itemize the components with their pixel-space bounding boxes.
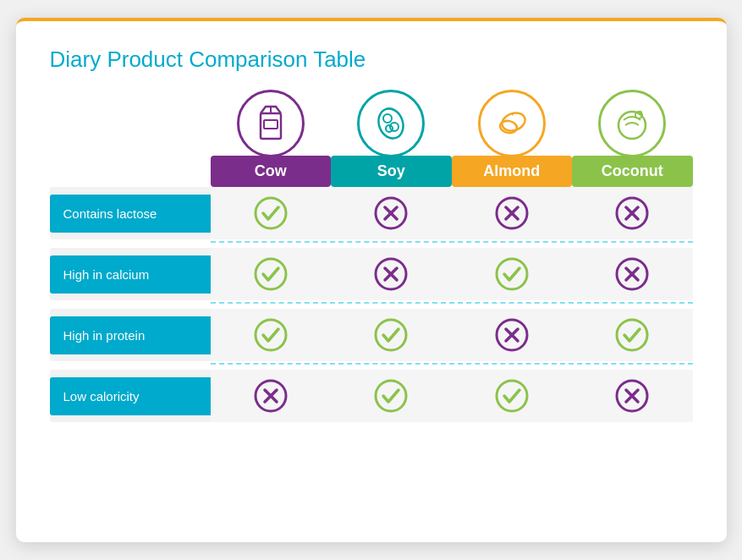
cell-soy-calcium bbox=[331, 248, 452, 300]
col-header-cow: Cow bbox=[211, 90, 332, 187]
cell-cow-lactose bbox=[211, 187, 332, 239]
soy-bean-icon bbox=[369, 102, 413, 145]
cross-cow-caloricity bbox=[253, 378, 289, 414]
cross-almond-lactose bbox=[494, 195, 530, 231]
coconut-label: Coconut bbox=[572, 156, 693, 187]
row-label-calcium: High in calcium bbox=[50, 255, 211, 294]
cell-cow-caloricity bbox=[211, 370, 332, 422]
check-soy-protein bbox=[373, 317, 409, 353]
svg-rect-2 bbox=[264, 120, 278, 129]
check-soy-caloricity bbox=[373, 378, 409, 414]
coconut-icon-circle bbox=[598, 90, 666, 157]
svg-point-13 bbox=[256, 198, 286, 228]
comparison-table: Cow Soy bbox=[50, 90, 693, 422]
row-high-protein: High in protein bbox=[50, 309, 693, 361]
col-header-soy: Soy bbox=[331, 90, 452, 187]
soy-label: Soy bbox=[331, 156, 452, 187]
milk-carton-icon bbox=[252, 102, 289, 145]
check-cow-calcium bbox=[253, 256, 289, 292]
cell-coconut-lactose bbox=[572, 187, 693, 239]
cross-coconut-calcium bbox=[614, 256, 650, 292]
cell-almond-calcium bbox=[452, 248, 573, 300]
cell-coconut-caloricity bbox=[572, 370, 693, 422]
svg-point-23 bbox=[256, 259, 286, 289]
almond-label: Almond bbox=[452, 156, 573, 187]
svg-point-31 bbox=[256, 320, 286, 350]
table-header: Cow Soy bbox=[211, 90, 693, 187]
cell-soy-protein bbox=[331, 309, 452, 361]
main-card: Diary Product Comparison Table Cow bbox=[16, 18, 727, 542]
cell-almond-protein bbox=[452, 309, 573, 361]
row-cells-caloricity bbox=[211, 370, 693, 422]
svg-point-12 bbox=[639, 111, 642, 114]
check-almond-caloricity bbox=[494, 378, 530, 414]
check-coconut-protein bbox=[614, 317, 650, 353]
check-cow-protein bbox=[253, 317, 289, 353]
svg-point-6 bbox=[386, 125, 393, 132]
cross-coconut-lactose bbox=[614, 195, 650, 231]
svg-point-27 bbox=[497, 259, 527, 289]
cross-almond-protein bbox=[494, 317, 530, 353]
soy-icon-circle bbox=[357, 90, 425, 157]
svg-point-4 bbox=[383, 114, 392, 123]
cross-soy-lactose bbox=[373, 195, 409, 231]
cell-soy-lactose bbox=[331, 187, 452, 239]
check-cow-lactose bbox=[253, 195, 289, 231]
col-header-almond: Almond bbox=[452, 90, 573, 187]
row-label-lactose: Contains lactose bbox=[50, 195, 211, 233]
almond-icon-circle bbox=[478, 90, 546, 157]
almond-nut-icon bbox=[490, 102, 534, 145]
col-header-coconut: Coconut bbox=[572, 90, 693, 187]
cross-coconut-caloricity bbox=[614, 378, 650, 414]
page-title: Diary Product Comparison Table bbox=[50, 47, 693, 73]
cow-icon-circle bbox=[237, 90, 305, 157]
row-low-caloricity: Low caloricity bbox=[50, 370, 693, 422]
cell-cow-protein bbox=[211, 309, 332, 361]
cross-soy-calcium bbox=[373, 256, 409, 292]
cow-label: Cow bbox=[211, 156, 332, 187]
svg-point-40 bbox=[376, 381, 406, 411]
cell-coconut-protein bbox=[572, 309, 693, 361]
cell-cow-calcium bbox=[211, 248, 332, 300]
data-rows: Contains lactose bbox=[50, 187, 693, 422]
svg-point-36 bbox=[617, 320, 647, 350]
coconut-fruit-icon bbox=[610, 102, 654, 145]
row-contains-lactose: Contains lactose bbox=[50, 187, 693, 239]
row-high-calcium: High in calcium bbox=[50, 248, 693, 300]
svg-point-32 bbox=[376, 320, 406, 350]
cell-soy-caloricity bbox=[331, 370, 452, 422]
cell-coconut-calcium bbox=[572, 248, 693, 300]
svg-line-9 bbox=[512, 113, 514, 115]
cell-almond-lactose bbox=[452, 187, 573, 239]
row-label-caloricity: Low caloricity bbox=[50, 377, 211, 415]
svg-point-41 bbox=[497, 381, 527, 411]
row-cells-protein bbox=[211, 309, 693, 361]
cell-almond-caloricity bbox=[452, 370, 573, 422]
row-label-protein: High in protein bbox=[50, 316, 211, 354]
row-cells-lactose bbox=[211, 187, 693, 239]
check-almond-calcium bbox=[494, 256, 530, 292]
row-cells-calcium bbox=[211, 248, 693, 300]
